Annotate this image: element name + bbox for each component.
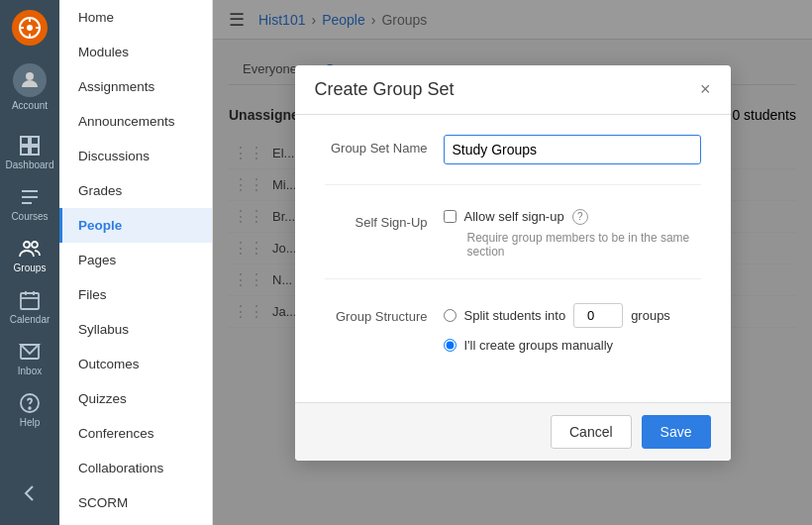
self-signup-label: Self Sign-Up	[325, 209, 444, 230]
allow-self-signup-checkbox[interactable]	[444, 210, 457, 223]
group-structure-content: Split students into groups I'll create g…	[444, 303, 701, 363]
modal-header: Create Group Set ×	[295, 65, 731, 115]
sidebar-calendar[interactable]: Calendar	[0, 281, 59, 333]
self-signup-content: Allow self sign-up ? Require group membe…	[444, 209, 701, 259]
cancel-button[interactable]: Cancel	[551, 415, 632, 449]
courses-label: Courses	[11, 211, 48, 222]
nav-conferences[interactable]: Conferences	[59, 416, 212, 451]
nav-collaborations[interactable]: Collaborations	[59, 451, 212, 485]
nav-files[interactable]: Files	[59, 277, 212, 312]
inbox-label: Inbox	[18, 366, 42, 376]
split-students-radio[interactable]	[444, 309, 457, 322]
manual-create-label[interactable]: I'll create groups manually	[464, 338, 614, 353]
nav-grades[interactable]: Grades	[59, 173, 212, 208]
help-icon[interactable]: ?	[572, 209, 588, 225]
group-set-name-input[interactable]	[444, 135, 701, 164]
split-count-input[interactable]	[573, 303, 623, 328]
save-button[interactable]: Save	[642, 415, 711, 449]
nav-home[interactable]: Home	[59, 0, 212, 35]
nav-people[interactable]: People	[59, 208, 212, 243]
sidebar-groups[interactable]: Groups	[0, 230, 59, 281]
svg-point-6	[26, 72, 34, 80]
groups-suffix: groups	[631, 308, 670, 323]
group-structure-row: Group Structure Split students into grou…	[325, 303, 701, 382]
app-logo	[12, 10, 48, 46]
svg-point-12	[32, 242, 38, 248]
account-label: Account	[12, 100, 48, 111]
modal-overlay: Create Group Set × Group Set Name Self S…	[213, 0, 812, 525]
group-set-name-content	[444, 135, 701, 164]
modal-title: Create Group Set	[315, 79, 455, 100]
nav-assignments[interactable]: Assignments	[59, 69, 212, 104]
nav-outcomes[interactable]: Outcomes	[59, 347, 212, 381]
groups-label: Groups	[14, 262, 47, 273]
allow-self-signup-row: Allow self sign-up ?	[444, 209, 701, 225]
require-same-section-text: Require group members to be in the same …	[467, 231, 701, 259]
group-structure-label: Group Structure	[325, 303, 444, 324]
nav-announcements[interactable]: Announcements	[59, 104, 212, 139]
svg-rect-8	[31, 137, 39, 145]
content-area: ☰ Hist101 › People › Groups Everyone Gro…	[213, 0, 812, 525]
modal-body: Group Set Name Self Sign-Up Allow self s…	[295, 115, 731, 402]
calendar-label: Calendar	[10, 314, 51, 325]
account-avatar	[13, 63, 47, 97]
group-set-name-label: Group Set Name	[325, 135, 444, 156]
sidebar-back[interactable]	[0, 474, 59, 515]
svg-rect-7	[21, 137, 29, 145]
manual-create-radio[interactable]	[444, 339, 457, 352]
sidebar-account[interactable]: Account	[0, 55, 59, 119]
nav-scorm[interactable]: SCORM	[59, 485, 212, 520]
svg-point-19	[29, 407, 31, 409]
nav-modules[interactable]: Modules	[59, 35, 212, 69]
modal-footer: Cancel Save	[295, 402, 731, 461]
nav-sidebar: Home Modules Assignments Announcements D…	[59, 0, 213, 525]
help-label: Help	[20, 417, 41, 428]
nav-pages[interactable]: Pages	[59, 243, 212, 277]
modal-close-button[interactable]: ×	[700, 79, 711, 100]
sidebar-courses[interactable]: Courses	[0, 178, 59, 230]
manual-create-row: I'll create groups manually	[444, 338, 701, 353]
svg-rect-9	[21, 147, 29, 155]
sidebar-help[interactable]: Help	[0, 384, 59, 436]
nav-chat[interactable]: Chat	[59, 520, 212, 525]
group-set-name-row: Group Set Name	[325, 135, 701, 185]
create-group-set-modal: Create Group Set × Group Set Name Self S…	[295, 65, 731, 461]
dashboard-label: Dashboard	[6, 159, 54, 170]
allow-self-signup-text[interactable]: Allow self sign-up	[464, 209, 564, 224]
nav-quizzes[interactable]: Quizzes	[59, 381, 212, 416]
icon-sidebar: Account Dashboard Courses Groups	[0, 0, 59, 525]
split-students-label[interactable]: Split students into	[464, 308, 566, 323]
nav-syllabus[interactable]: Syllabus	[59, 312, 212, 347]
nav-discussions[interactable]: Discussions	[59, 139, 212, 173]
svg-rect-13	[21, 293, 39, 309]
self-signup-row: Self Sign-Up Allow self sign-up ? Requir…	[325, 209, 701, 279]
sidebar-dashboard[interactable]: Dashboard	[0, 127, 59, 178]
svg-point-1	[27, 25, 33, 31]
split-students-row: Split students into groups	[444, 303, 701, 328]
svg-rect-10	[31, 147, 39, 155]
sidebar-inbox[interactable]: Inbox	[0, 333, 59, 384]
svg-point-11	[24, 242, 30, 248]
